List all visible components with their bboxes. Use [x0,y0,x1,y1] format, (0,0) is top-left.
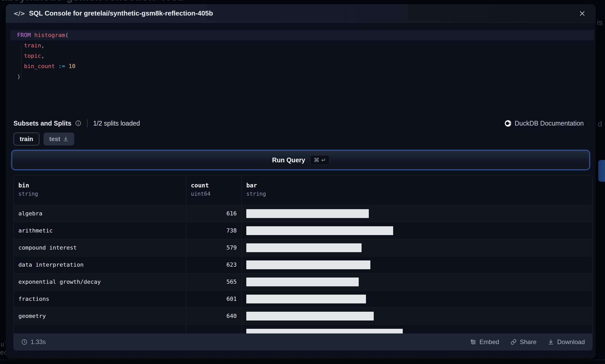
histogram-bar [246,278,359,286]
code-line: ) [10,71,594,82]
code-line: topic, [10,51,594,61]
table-row[interactable]: compound interest579 [14,239,592,256]
table-row[interactable]: fractions601 [14,290,592,307]
results-table[interactable]: binstringcountuint64barstringalgebra616a… [13,175,593,333]
bar-cell [241,205,592,222]
run-query-label: Run Query [272,156,305,164]
embed-button[interactable]: Embed [470,338,499,346]
duckdb-documentation-link[interactable]: DuckDB Documentation [505,120,584,127]
count-cell [186,325,241,333]
download-label: Download [557,338,585,346]
count-cell: 616 [186,205,241,222]
table-row[interactable]: exponential growth/decay565 [14,273,592,290]
embed-icon [470,339,476,345]
embed-label: Embed [479,338,499,346]
column-type: string [246,191,588,197]
subsets-row: Subsets and Splits 1/2 splits loaded Duc… [13,117,584,129]
query-duration-value: 1.33s [31,338,46,346]
bar-cell [241,273,592,290]
split-test-button[interactable]: test [44,133,74,145]
background-text-fragment: d [598,120,602,128]
run-query-kbd-shortcut: ⌘ ↵ [310,155,329,165]
table-row[interactable]: arithmetic738 [14,222,592,239]
bin-cell: compound interest [14,239,186,256]
table-header-row: binstringcountuint64barstring [14,175,592,205]
background-button-sliver [598,160,605,182]
modal-title: SQL Console for gretelai/synthetic-gsm8k… [29,9,213,17]
histogram-bar [246,329,403,333]
code-line: bin_count := 10 [10,61,594,71]
bin-cell: data interpretation [14,256,186,273]
results-footer: 1.33s EmbedShareDownload [13,333,593,351]
close-icon [579,10,586,17]
column-name: bin [18,182,181,189]
duckdb-link-label: DuckDB Documentation [515,120,584,127]
share-icon [510,339,517,345]
histogram-bar [246,312,374,321]
column-header-count[interactable]: countuint64 [186,175,241,205]
bar-cell [241,308,592,324]
footer-actions: EmbedShareDownload [470,338,585,346]
count-cell: 579 [186,239,241,256]
bar-cell [241,239,592,256]
download-button[interactable]: Download [548,338,585,346]
column-name: bar [246,182,588,189]
histogram-bar [246,295,366,303]
sql-editor[interactable]: FROM histogram( train, topic, bin_count … [10,30,594,82]
bin-cell: geometry [14,308,186,324]
table-row[interactable]: algebra616 [14,205,592,222]
code-line: FROM histogram( [10,30,594,40]
split-test-label: test [49,135,60,143]
histogram-bar [246,226,393,235]
count-cell: 640 [186,308,241,324]
count-cell: 738 [186,222,241,239]
bin-cell: exponential growth/decay [14,273,186,290]
close-button[interactable] [577,8,588,19]
bar-cell [241,222,592,239]
histogram-bar [246,243,362,252]
share-button[interactable]: Share [510,338,536,346]
download-icon [548,339,554,345]
column-header-bar[interactable]: barstring [241,175,592,205]
column-type: uint64 [191,191,237,197]
background-divider [0,360,605,360]
modal-header: </> SQL Console for gretelai/synthetic-g… [6,4,596,23]
clock-icon [21,339,27,345]
histogram-bar [246,260,370,269]
count-cell: 565 [186,273,241,290]
splits-loaded-status: 1/2 splits loaded [93,120,140,127]
bar-cell [241,256,592,273]
bin-cell: fractions [14,290,186,307]
bar-cell [241,290,592,307]
bin-cell: arithmetic [14,222,186,239]
run-query-button[interactable]: Run Query ⌘ ↵ [12,150,590,170]
column-type: string [18,191,181,197]
background-page-heading: ai/synthetic-gsm8k-reflection-405b [0,0,311,4]
split-train-button[interactable]: train [13,133,39,145]
download-split-icon [63,136,69,142]
splits-row: train test [13,133,74,145]
bin-cell [14,325,186,333]
query-duration: 1.33s [21,338,46,346]
count-cell: 601 [186,290,241,307]
background-text-fragment: is [597,18,603,27]
vertical-divider [87,119,88,127]
subsets-title: Subsets and Splits [13,120,71,127]
count-cell: 623 [186,256,241,273]
info-icon[interactable] [75,120,81,126]
table-row[interactable]: data interpretation623 [14,256,592,273]
histogram-bar [246,209,369,218]
bin-cell: algebra [14,205,186,222]
table-row-partial[interactable] [14,324,592,333]
table-row[interactable]: geometry640 [14,307,592,324]
duckdb-logo-icon [505,120,512,127]
code-line: train, [10,40,594,51]
share-label: Share [520,338,536,346]
split-train-label: train [20,135,33,143]
column-name: count [191,182,237,189]
bar-cell [241,325,592,333]
column-header-bin[interactable]: binstring [14,175,186,205]
indent-guide [21,42,21,80]
code-brackets-icon: </> [13,10,25,17]
sql-console-modal: </> SQL Console for gretelai/synthetic-g… [6,4,596,359]
